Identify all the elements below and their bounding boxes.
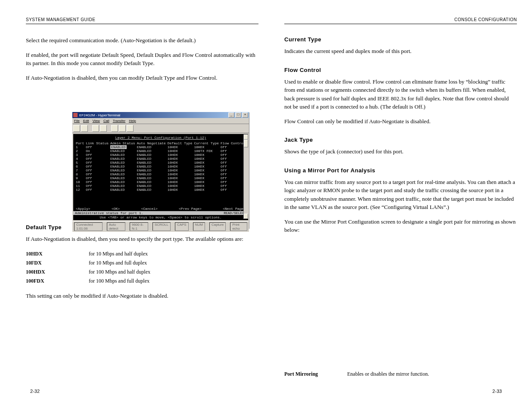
menu-view[interactable]: View	[93, 119, 100, 123]
hyperterminal-window: EF24G2M - HyperTerminal _ □ × File Edit …	[72, 112, 249, 228]
table-row: 11OffENABLEDENABLED10HDX10HDXOffRJ-45	[76, 184, 248, 188]
hint-line: Use <TAB> or arrow keys to move, <Space>…	[76, 215, 246, 219]
para: If Auto-Negotiation is disabled, then yo…	[26, 74, 258, 82]
heading: Flow Control	[284, 67, 517, 73]
page-number-right: 2-33	[492, 389, 502, 394]
para: If enabled, the port will negotiate Defa…	[26, 51, 258, 68]
note: This setting can only be modified if Aut…	[26, 292, 258, 300]
table-row: 7OffENABLEDENABLED10HDX10HDXOffRJ-45	[76, 168, 248, 172]
mirror-field-table: Port MirroringEnables or disables the mi…	[284, 370, 517, 379]
receive-icon[interactable]	[119, 125, 126, 132]
next-page-action[interactable]: <Next Page>	[223, 207, 246, 211]
table-row: 10OffENABLEDENABLED10HDX10HDXOffRJ-45	[76, 180, 248, 184]
heading: Using a Mirror Port for Analysis	[284, 167, 517, 174]
app-icon	[73, 113, 78, 117]
para: You can use the Mirror Port Configuratio…	[284, 218, 517, 234]
table-row: 3OffENABLEDENABLED10HDX10HDXOffRJ-45	[76, 153, 248, 157]
maximize-button[interactable]: □	[235, 112, 241, 118]
table-row: 8OffENABLEDENABLED10HDX10HDXOffRJ-45	[76, 172, 248, 176]
cancel-action[interactable]: <Cancel>	[141, 207, 157, 211]
statusbar: Connected 1:01:06 Auto detect 9600 8-N-1…	[72, 221, 249, 232]
default-type-table: 10HDXfor 10 Mbps and half duplex10FDXfor…	[26, 249, 258, 286]
para: Indicates the current speed and duplex m…	[284, 47, 517, 56]
properties-icon[interactable]	[127, 125, 134, 132]
apply-action[interactable]: <Apply>	[76, 207, 90, 211]
toolbar	[72, 124, 249, 133]
list-item: 100HDXfor 100 Mbps and half duplex	[26, 268, 258, 277]
para: Shows the type of jack (connector) used …	[284, 147, 517, 156]
menubar: File Edit View Call Transfer Help	[72, 118, 249, 124]
table-row: 4OffENABLEDENABLED10HDX10HDXOffRJ-45	[76, 157, 248, 161]
send-icon[interactable]	[111, 125, 118, 132]
list-item: 10FDXfor 10 Mbps and full duplex	[26, 258, 258, 268]
para: Used to enable or disable flow control. …	[284, 78, 517, 111]
ok-action[interactable]: <OK>	[112, 207, 120, 211]
scroll-thumb[interactable]	[244, 140, 248, 147]
page-number-left: 2-32	[30, 389, 40, 394]
table-row: 9OffENABLEDENABLED10HDX10HDXOffRJ-45	[76, 176, 248, 180]
scroll-down-icon[interactable]	[244, 214, 248, 219]
para: If Auto-Negotiation is disabled, then yo…	[26, 235, 258, 243]
status-line: Administrative status for port 1. READ/S…	[73, 211, 248, 215]
menu-edit[interactable]: Edit	[83, 119, 89, 123]
menu-file[interactable]: File	[74, 119, 80, 123]
para: You can mirror traffic from any source p…	[284, 178, 517, 212]
table-row: 5OffENABLEDENABLED10HDX10HDXOffRJ-45	[76, 161, 248, 165]
titlebar: EF24G2M - HyperTerminal _ □ ×	[72, 112, 249, 118]
menu-help[interactable]: Help	[129, 119, 136, 123]
list-item: 100FDXfor 100 Mbps and full duplex	[26, 277, 258, 286]
left-column: SYSTEM MANAGEMENT GUIDE Select the requi…	[26, 17, 258, 306]
scroll-up-icon[interactable]	[244, 134, 248, 140]
right-column: CONSOLE CONFIGURATION Current Type Indic…	[284, 17, 517, 379]
table-row: 2OnENABLEDENABLED10HDX100TX FDXOffRJ-45	[76, 149, 248, 153]
menu-transfer[interactable]: Transfer	[113, 119, 126, 123]
list-item: Port MirroringEnables or disables the mi…	[284, 370, 517, 379]
list-item: 10HDXfor 10 Mbps and half duplex	[26, 249, 258, 258]
heading: Current Type	[284, 36, 517, 43]
new-icon[interactable]	[73, 125, 80, 132]
heading: Jack Type	[284, 137, 517, 143]
open-icon[interactable]	[81, 125, 88, 132]
port-table: Port Link Status Admin Status Auto Negot…	[76, 141, 248, 192]
table-row: 12OffENABLEDENABLED10HDX10HDXOffRJ-45	[76, 188, 248, 192]
para: Flow Control can only be modified if Aut…	[284, 117, 517, 126]
running-head-left: SYSTEM MANAGEMENT GUIDE	[26, 17, 258, 24]
terminal-area[interactable]: Layer 2 Menu: Port Configuration (Port 1…	[73, 134, 248, 220]
running-head-right: CONSOLE CONFIGURATION	[284, 17, 517, 24]
close-button[interactable]: ×	[242, 112, 248, 118]
para: Select the required communication mode. …	[26, 36, 258, 45]
menu-call[interactable]: Call	[103, 119, 109, 123]
table-row: 6OffENABLEDENABLED10HDX10HDXOffRJ-45	[76, 165, 248, 168]
window-title: EF24G2M - HyperTerminal	[79, 113, 227, 117]
screen-title: Layer 2 Menu: Port Configuration (Port 1…	[76, 136, 246, 140]
scrollbar[interactable]	[243, 134, 248, 219]
table-row: 1OffENABLEDENABLED10HDX10HDXOffRJ-45	[76, 145, 248, 149]
connect-icon[interactable]	[92, 125, 99, 132]
action-row: <Apply> <OK> <Cancel> <Prev Page> <Next …	[76, 207, 246, 211]
prev-page-action[interactable]: <Prev Page>	[179, 207, 202, 211]
disconnect-icon[interactable]	[100, 125, 107, 132]
minimize-button[interactable]: _	[228, 112, 234, 118]
